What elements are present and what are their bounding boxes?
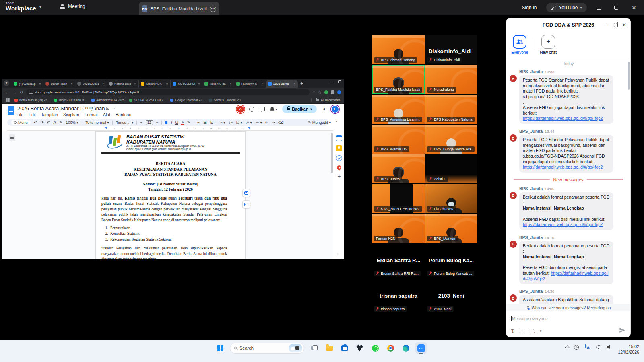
bookmark-item[interactable]: @bps2103's link in... [54,98,87,102]
tab-close-icon[interactable]: ✕ [134,82,136,86]
browser-tab[interactable]: Materi NDA✕ [139,80,171,88]
docs-menu-edit[interactable]: Edit [29,112,36,117]
tab-close-icon[interactable]: ✕ [102,82,105,86]
participant-name-tile[interactable]: 2103_Neni2103_Neni [425,280,477,314]
underline-button[interactable]: U [175,120,178,125]
extensions-icon[interactable] [331,90,334,94]
all-bookmarks-button[interactable]: All Bookmarks [311,98,340,102]
bookmark-star-icon[interactable]: ☆ [318,90,322,95]
chat-close-icon[interactable]: ✕ [622,22,626,28]
chrome-button[interactable] [385,342,396,354]
forward-icon[interactable]: → [12,90,17,95]
chat-more-icon[interactable]: ⋯ [605,22,609,28]
participant-tile[interactable]: STAI_RIAN FERDIANS... [372,184,425,213]
font-size-decrease[interactable]: − [140,120,142,125]
document-outline-icon[interactable] [9,134,15,141]
clear-formatting-button[interactable]: ⌫ [278,120,283,125]
docs-menu-alat[interactable]: Alat [103,112,110,117]
participant-tile[interactable]: Diskominfo_AldiDiskominfo_Aldi [425,35,477,64]
chevron-down-icon[interactable]: ▾ [540,329,542,333]
new-tab-button[interactable]: + [300,80,303,88]
tab-close-icon[interactable]: ✕ [39,82,41,86]
browser-tab[interactable]: NOTULENSI✕ [171,80,202,88]
browser-tab[interactable]: Rundown K✕ [234,80,266,88]
back-icon[interactable]: ← [5,90,9,95]
gallery-next-icon[interactable]: › [336,250,339,257]
participant-tile[interactable]: Adisti F [425,154,477,183]
tab-everyone[interactable]: Everyone [511,35,528,58]
search-icon[interactable] [313,91,315,93]
bold-button[interactable]: B [165,120,168,125]
participant-tile[interactable]: BPS_Wahyu DS [372,125,425,154]
youtube-live-button[interactable]: YouTube ▾ [546,3,587,12]
bookmark-item[interactable]: Kotak Masuk (99) - f... [14,98,49,102]
participant-name-tile[interactable]: trisnan saputratrisnan saputra [372,280,425,314]
participant-tile[interactable]: BPS_Ainunnisa Lisanin... [372,95,425,124]
pop-out-icon[interactable] [614,23,618,27]
toolbar-menu-search[interactable]: Menu [11,120,31,125]
gemini-icon[interactable]: ✦ [322,106,326,112]
add-addon-icon[interactable]: + [336,174,342,180]
maximize-button[interactable] [610,5,622,11]
do-not-disturb-icon[interactable] [574,345,579,350]
docs-menu-format[interactable]: Format [85,112,98,117]
maps-icon[interactable] [336,165,343,171]
taskbar-clock[interactable]: 15:02 12/02/2026 [618,343,639,355]
wifi-icon[interactable] [596,345,601,349]
italic-button[interactable]: I [171,120,172,125]
right-margin-marker[interactable] [248,127,250,130]
more-options-icon[interactable]: ••• [210,6,216,12]
bookmark-item[interactable]: Sensus Ekonomi 20... [209,98,243,102]
tab-close-icon[interactable]: ✕ [261,82,264,86]
attach-file-icon[interactable] [520,329,524,333]
browser-tab[interactable]: Daftar Hadir✕ [43,80,75,88]
taskbar-search[interactable]: Search [230,343,304,354]
undo-icon[interactable]: ↶ [34,120,37,125]
browser-tab[interactable]: 2026 Berita✕ [266,80,298,88]
spellcheck-icon[interactable]: A̲ [54,120,56,125]
chat-input[interactable]: Message everyone [506,311,630,325]
format-text-icon[interactable]: T [511,328,514,334]
message-bubble[interactable]: Berikut adalah format penamaan peserta F… [519,241,613,284]
checklist-button[interactable]: ☑ ▾ [236,120,242,125]
docs-menu-sisipkan[interactable]: Sisipkan [63,112,79,117]
document-page[interactable]: BADAN PUSAT STATISTIK KABUPATEN NATUNA J… [95,131,246,259]
screenshot-icon[interactable] [530,329,534,333]
browser-tab[interactable]: 2026020816✕ [75,80,107,88]
user-avatar[interactable]: F [332,106,339,113]
message-bubble[interactable]: Assalamu'alaikum Bapak/Ibu. Selamat data… [519,295,613,304]
insert-image-icon[interactable]: ⊡ [210,120,213,125]
star-icon[interactable]: ☆ [99,106,103,111]
version-history-icon[interactable] [249,107,254,112]
font-size-increase[interactable]: + [156,120,159,125]
participant-tile[interactable]: BPS_Ahmad Danang [372,35,425,64]
microsoft-store-button[interactable] [339,342,350,354]
document-scrollbar[interactable] [331,133,333,173]
edge-button[interactable] [400,342,411,354]
print-icon[interactable]: ⎗ [47,120,50,125]
tab-close-icon[interactable]: ✕ [229,82,232,86]
collaborator-avatar[interactable]: A [237,106,244,113]
site-settings-icon[interactable] [29,91,33,94]
minimize-button[interactable] [592,5,605,11]
participant-tile[interactable]: BPS_Markum [425,214,477,243]
browser-tab[interactable]: Natuna Dala✕ [107,80,139,88]
mic-location-icon[interactable] [584,344,590,350]
comments-icon[interactable] [260,107,265,111]
redo-icon[interactable]: ↷ [40,120,43,125]
participant-tile[interactable]: BPS Kabupaten Natuna [425,95,477,124]
start-button[interactable] [215,342,226,354]
highlight-button[interactable]: ✎ [187,120,190,125]
hidden-icons-chevron[interactable] [565,345,569,350]
editing-mode-select[interactable]: ✎ Mengedit ▾ [308,120,331,125]
share-button[interactable]: Bagikan ▾ [282,105,317,113]
indent-decrease-button[interactable]: ⇤ [265,120,268,125]
message-bubble[interactable]: Peserta FGD Standar Pelayanan Publik dap… [519,135,613,173]
message-bubble[interactable]: Peserta FGD Standar Pelayanan Publik dap… [519,75,613,124]
message-link[interactable]: https://daftarhadir.web.bps.go.id/#/go/-… [523,116,603,121]
whatsapp-button[interactable] [369,342,381,354]
bookmark-item[interactable]: Administrasi TA 2025 [91,98,124,102]
tab-close-icon[interactable]: ✕ [166,82,168,86]
sign-in-button[interactable]: Sign in [518,3,541,12]
participant-tile[interactable]: BPS_Fatikha Maulida Izzati [372,65,425,94]
